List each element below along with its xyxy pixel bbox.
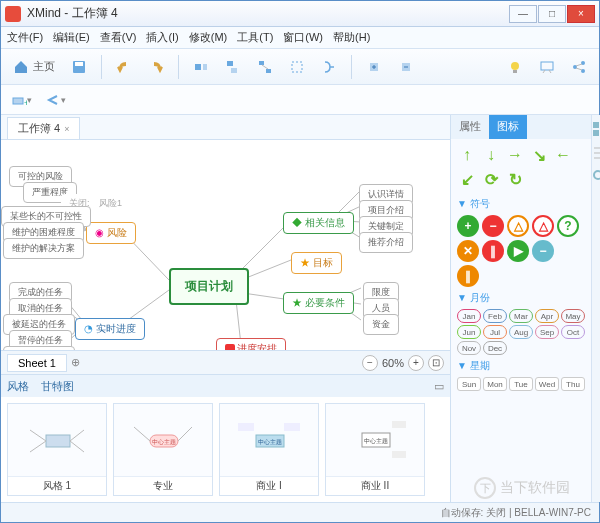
month-mar[interactable]: Mar <box>509 309 533 323</box>
layout-icon[interactable] <box>592 121 600 137</box>
month-jan[interactable]: Jan <box>457 309 481 323</box>
arrow-down-icon[interactable]: ↓ <box>481 145 501 165</box>
symbol-play-icon[interactable]: ▶ <box>507 240 529 262</box>
subtopic[interactable]: 推荐介绍 <box>359 232 413 253</box>
summary-button[interactable] <box>315 53 343 81</box>
new-topic-button[interactable]: +▾ <box>7 86 35 114</box>
views-min-icon[interactable]: ▭ <box>434 380 444 393</box>
month-jul[interactable]: Jul <box>483 325 507 339</box>
week-mon[interactable]: Mon <box>483 377 507 391</box>
topic-conditions[interactable]: ★ 必要条件 <box>283 292 354 314</box>
topic-schedule[interactable]: 进度安排 <box>216 338 286 350</box>
month-apr[interactable]: Apr <box>535 309 559 323</box>
arrow-cycle-icon[interactable]: ↻ <box>505 169 525 189</box>
week-thu[interactable]: Thu <box>561 377 585 391</box>
style-card[interactable]: 中心主题专业 <box>113 403 213 496</box>
topic-progress[interactable]: ◔ 实时进度 <box>75 318 145 340</box>
symbol-plus-icon[interactable]: + <box>457 215 479 237</box>
week-sun[interactable]: Sun <box>457 377 481 391</box>
symbol-warn-red-icon[interactable]: △ <box>532 215 554 237</box>
symbol-x-icon[interactable]: ✕ <box>457 240 479 262</box>
style-card[interactable]: 风格 1 <box>7 403 107 496</box>
month-jun[interactable]: Jun <box>457 325 481 339</box>
minimize-button[interactable]: — <box>509 5 537 23</box>
drill-down-button[interactable] <box>360 53 388 81</box>
canvas-tab[interactable]: 工作簿 4 × <box>7 117 80 139</box>
style-card[interactable]: 中心主题商业 II <box>325 403 425 496</box>
topic-child-button[interactable] <box>219 53 247 81</box>
maximize-button[interactable]: □ <box>538 5 566 23</box>
menu-tools[interactable]: 工具(T) <box>237 30 273 45</box>
arrow-refresh-icon[interactable]: ⟳ <box>481 169 501 189</box>
section-weeks[interactable]: ▼ 星期 <box>457 359 585 373</box>
arrow-right-icon[interactable]: → <box>505 145 525 165</box>
boundary-button[interactable] <box>283 53 311 81</box>
topic-risk[interactable]: ◉ 风险 <box>86 222 136 244</box>
menu-edit[interactable]: 编辑(E) <box>53 30 90 45</box>
svg-rect-59 <box>284 423 300 431</box>
right-panel: 属性 图标 ↑ ↓ → ↘ ← ↙ ⟳ ↻ ▼ 符号 <box>451 115 599 502</box>
arrow-up-icon[interactable]: ↑ <box>457 145 477 165</box>
symbol-minus-icon[interactable]: − <box>482 215 504 237</box>
arrow-diag-icon[interactable]: ↘ <box>529 145 549 165</box>
style-card[interactable]: 中心主题商业 I <box>219 403 319 496</box>
drill-up-button[interactable] <box>392 53 420 81</box>
present-button[interactable] <box>533 53 561 81</box>
symbol-question-icon[interactable]: ? <box>557 215 579 237</box>
subtopic[interactable]: 进行中的任务 <box>3 346 75 350</box>
symbol-pause-icon[interactable]: ‖ <box>457 265 479 287</box>
arrow-left-icon[interactable]: ← <box>553 145 573 165</box>
symbol-pause-red-icon[interactable]: ‖ <box>482 240 504 262</box>
month-oct[interactable]: Oct <box>561 325 585 339</box>
view-tab-styles[interactable]: 风格 <box>7 379 29 394</box>
main-toolbar: 主页 <box>1 49 599 85</box>
section-symbols[interactable]: ▼ 符号 <box>457 197 585 211</box>
symbol-warn-icon[interactable]: △ <box>507 215 529 237</box>
zoom-fit-button[interactable]: ⊡ <box>428 355 444 371</box>
subtopic[interactable]: 资金 <box>363 314 399 335</box>
menu-window[interactable]: 窗口(W) <box>283 30 323 45</box>
home-button[interactable]: 主页 <box>7 53 61 81</box>
save-button[interactable] <box>65 53 93 81</box>
topic-related[interactable]: ◆ 相关信息 <box>283 212 354 234</box>
menu-modify[interactable]: 修改(M) <box>189 30 228 45</box>
topic-sibling-button[interactable] <box>187 53 215 81</box>
close-button[interactable]: × <box>567 5 595 23</box>
mindmap-canvas[interactable]: 项目计划 ◉ 风险 ◔ 实时进度 进度安排 ◆ 相关信息 ★ 目标 ★ 必要条件… <box>1 139 450 350</box>
idea-button[interactable] <box>501 53 529 81</box>
week-wed[interactable]: Wed <box>535 377 559 391</box>
month-feb[interactable]: Feb <box>483 309 507 323</box>
topic-goals[interactable]: ★ 目标 <box>291 252 342 274</box>
search-icon[interactable] <box>592 169 600 185</box>
relationship-button[interactable] <box>251 53 279 81</box>
menu-file[interactable]: 文件(F) <box>7 30 43 45</box>
view-tab-gantt[interactable]: 甘特图 <box>41 379 74 394</box>
add-sheet-button[interactable]: ⊕ <box>71 356 80 369</box>
sheet-tab[interactable]: Sheet 1 <box>7 354 67 372</box>
panel-tab-icons[interactable]: 图标 <box>489 115 527 139</box>
symbol-minus2-icon[interactable]: − <box>532 240 554 262</box>
zoom-out-button[interactable]: − <box>362 355 378 371</box>
outline-icon[interactable] <box>592 145 600 161</box>
subtopic[interactable]: 维护的解决方案 <box>3 238 84 259</box>
month-nov[interactable]: Nov <box>457 341 481 355</box>
section-months[interactable]: ▼ 月份 <box>457 291 585 305</box>
panel-tab-properties[interactable]: 属性 <box>451 115 489 139</box>
menu-help[interactable]: 帮助(H) <box>333 30 370 45</box>
month-aug[interactable]: Aug <box>509 325 533 339</box>
zoom-in-button[interactable]: + <box>408 355 424 371</box>
month-dec[interactable]: Dec <box>483 341 507 355</box>
tab-close-icon[interactable]: × <box>64 124 69 134</box>
menu-insert[interactable]: 插入(I) <box>146 30 178 45</box>
share-button[interactable] <box>565 53 593 81</box>
menu-view[interactable]: 查看(V) <box>100 30 137 45</box>
redo-button[interactable] <box>142 53 170 81</box>
svg-rect-4 <box>227 61 233 66</box>
month-sep[interactable]: Sep <box>535 325 559 339</box>
outdent-button[interactable]: ▾ <box>41 86 69 114</box>
arrow-diag2-icon[interactable]: ↙ <box>457 169 477 189</box>
central-topic[interactable]: 项目计划 <box>169 268 249 305</box>
month-may[interactable]: May <box>561 309 585 323</box>
undo-button[interactable] <box>110 53 138 81</box>
week-tue[interactable]: Tue <box>509 377 533 391</box>
